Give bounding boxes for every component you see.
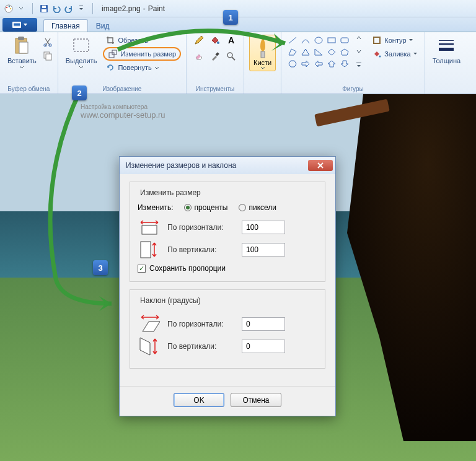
shape-diamond-icon[interactable] (325, 46, 338, 58)
pencil-tool[interactable] (192, 35, 206, 46)
svg-point-25 (227, 53, 232, 58)
shape-hexagon-icon[interactable] (286, 58, 299, 69)
undo-icon[interactable] (51, 4, 61, 14)
bucket-icon (372, 49, 382, 59)
svg-point-1 (6, 6, 7, 7)
svg-point-32 (379, 56, 381, 58)
qat-customize-icon[interactable] (76, 4, 86, 14)
svg-rect-14 (19, 42, 28, 53)
svg-rect-31 (374, 37, 380, 43)
file-menu-button[interactable] (2, 18, 37, 32)
dialog-titlebar[interactable]: Изменение размеров и наклона (120, 157, 335, 174)
svg-rect-20 (109, 53, 114, 58)
save-icon[interactable] (39, 4, 49, 14)
ok-button[interactable]: OK (174, 393, 224, 407)
redo-icon[interactable] (64, 4, 74, 14)
shape-rtriangle-icon[interactable] (312, 46, 325, 58)
crop-icon (105, 35, 115, 45)
select-icon (71, 36, 91, 56)
fill-button[interactable]: Заливка (369, 48, 419, 59)
shape-larrow-icon[interactable] (312, 58, 325, 69)
shape-darrow-icon[interactable] (338, 58, 351, 69)
shapes-gallery[interactable] (286, 35, 351, 69)
paint-logo-icon (4, 4, 14, 14)
resize-button[interactable]: Изменить размер (103, 47, 181, 61)
ribbon-tabs: Главная Вид (0, 17, 476, 32)
chevron-down-icon (79, 66, 84, 69)
svg-rect-34 (439, 43, 454, 45)
shape-roundrect-icon[interactable] (338, 35, 351, 46)
skew-vert-input[interactable]: 0 (242, 340, 285, 353)
group-image: Выделить Обрезать Изменить размер Поверн… (58, 32, 187, 94)
radio-percent[interactable]: проценты (184, 203, 227, 212)
svg-rect-7 (79, 6, 83, 6)
copy-icon[interactable] (43, 51, 53, 63)
resize-icon (108, 49, 118, 59)
outline-icon (372, 35, 382, 45)
chevron-down-icon (19, 66, 24, 69)
zoom-tool[interactable] (224, 51, 239, 62)
rotate-button[interactable]: Повернуть (103, 62, 181, 73)
shape-curve-icon[interactable] (299, 35, 312, 46)
paste-label: Вставить (7, 57, 37, 64)
title-filename: image2.png (102, 4, 141, 13)
shape-rarrow-icon[interactable] (299, 58, 312, 69)
svg-rect-28 (328, 38, 335, 43)
radio-pixels[interactable]: пиксели (239, 203, 276, 212)
brushes-label: Кисти (253, 59, 271, 66)
vert-input[interactable]: 100 (242, 243, 285, 257)
close-button[interactable] (308, 160, 333, 171)
size-button[interactable]: Толщина (430, 35, 464, 66)
horiz-label: По горизонтали: (167, 223, 236, 232)
shape-polygon-icon[interactable] (286, 46, 299, 58)
svg-rect-5 (42, 9, 46, 12)
aspect-checkbox[interactable]: ✓ (138, 265, 146, 273)
paste-button[interactable]: Вставить (5, 35, 39, 70)
expand-icon[interactable] (356, 62, 362, 68)
shape-triangle-icon[interactable] (299, 46, 312, 58)
select-label: Выделить (66, 57, 97, 64)
shape-rect-icon[interactable] (325, 35, 338, 46)
tab-view[interactable]: Вид (88, 19, 118, 32)
select-button[interactable]: Выделить (63, 35, 100, 70)
svg-rect-24 (215, 52, 219, 56)
radio-icon (184, 204, 192, 211)
qat-dropdown-icon[interactable] (16, 4, 26, 14)
scroll-down-icon[interactable] (356, 48, 362, 55)
group-label-tools: Инструменты (192, 84, 239, 92)
ribbon: Вставить Буфер обмена Выделить Обрезать … (0, 32, 476, 94)
callout-3: 3 (93, 260, 108, 275)
cut-icon[interactable] (43, 37, 53, 50)
cancel-button[interactable]: Отмена (231, 393, 281, 407)
watermark: Настройка компьютера www.computer-setup.… (81, 103, 165, 120)
photo-dog (315, 94, 476, 441)
horiz-skew-icon (138, 315, 161, 333)
skew-horiz-input[interactable]: 0 (242, 317, 285, 331)
fill-tool[interactable] (208, 35, 223, 46)
dialog-title: Изменение размеров и наклона (126, 161, 236, 170)
skew-fieldset: Наклон (градусы) По горизонтали: 0 По ве… (130, 289, 325, 369)
picker-tool[interactable] (208, 51, 223, 62)
shape-line-icon[interactable] (286, 35, 299, 46)
svg-rect-10 (14, 24, 20, 25)
brush-icon (254, 37, 271, 59)
title-bar: image2.png - Paint (0, 0, 476, 17)
svg-text:A: A (228, 35, 234, 45)
eraser-tool[interactable] (192, 51, 206, 62)
scroll-up-icon[interactable] (356, 35, 362, 41)
outline-button[interactable]: Контур (369, 35, 419, 46)
shape-uarrow-icon[interactable] (325, 58, 338, 69)
brushes-button[interactable]: Кисти (249, 35, 276, 71)
vert-resize-icon (138, 240, 161, 259)
tab-home[interactable]: Главная (43, 19, 88, 32)
resize-dialog: Изменение размеров и наклона Изменить ра… (119, 156, 336, 416)
svg-rect-19 (74, 39, 89, 51)
svg-rect-9 (14, 23, 20, 24)
shape-oval-icon[interactable] (312, 35, 325, 46)
shape-pentagon-icon[interactable] (338, 46, 351, 58)
text-tool[interactable]: A (224, 35, 239, 46)
svg-point-27 (315, 37, 322, 43)
horiz-input[interactable]: 100 (242, 221, 285, 234)
crop-button[interactable]: Обрезать (103, 35, 181, 46)
thickness-icon (436, 36, 456, 56)
